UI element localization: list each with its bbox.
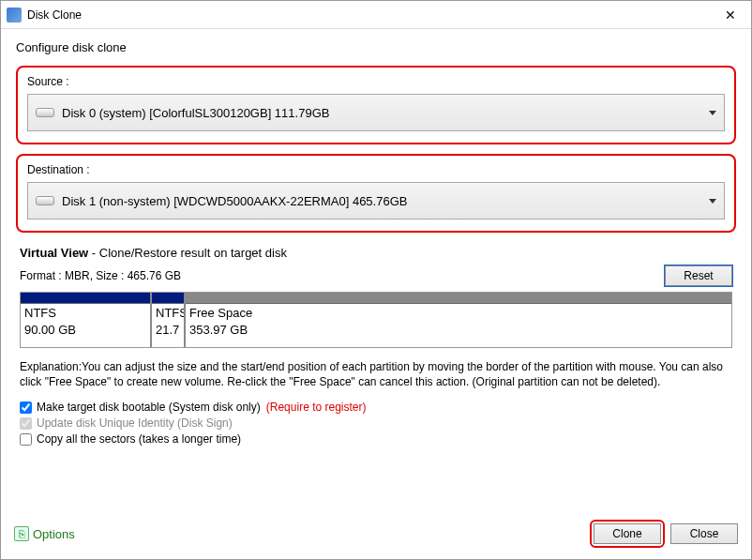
require-register-text: (Require to register): [266, 401, 367, 414]
options-checks: Make target disk bootable (System disk o…: [20, 401, 732, 448]
virtual-view-title: Virtual View - Clone/Restore result on t…: [20, 246, 732, 260]
window-title: Disk Clone: [27, 8, 709, 22]
disk-icon: [36, 196, 54, 205]
copy-all-label: Copy all the sectors (takes a longer tim…: [37, 432, 241, 446]
partition-map[interactable]: NTFS90.00 GBNTFS21.7Free Space353.97 GB: [20, 292, 732, 348]
virtual-view-title-bold: Virtual View: [20, 246, 88, 260]
source-disk-text: Disk 0 (system) [ColorfulSL300120GB] 111…: [62, 106, 709, 120]
partition-name: NTFS: [152, 304, 184, 321]
explanation-text: Explanation:You can adjust the size and …: [20, 359, 732, 389]
destination-group: Destination : Disk 1 (non-system) [WDCWD…: [16, 154, 736, 233]
partition-bar: [21, 293, 150, 304]
titlebar: Disk Clone ✕: [1, 1, 751, 29]
footer: ⎘ Options Clone Close: [1, 510, 751, 559]
destination-disk-select[interactable]: Disk 1 (non-system) [WDCWD5000AAKX-22ERM…: [27, 182, 725, 219]
source-disk-select[interactable]: Disk 0 (system) [ColorfulSL300120GB] 111…: [27, 94, 725, 131]
partition-block[interactable]: NTFS21.7: [152, 293, 186, 347]
make-bootable-row[interactable]: Make target disk bootable (System disk o…: [20, 401, 732, 414]
format-row: Format : MBR, Size : 465.76 GB Reset: [20, 265, 732, 286]
make-bootable-checkbox[interactable]: [20, 401, 32, 414]
partition-bar: [152, 293, 184, 304]
copy-all-checkbox[interactable]: [20, 433, 32, 446]
app-icon: [7, 8, 22, 23]
close-icon: ✕: [725, 8, 736, 23]
update-id-checkbox: [20, 417, 32, 430]
format-text: Format : MBR, Size : 465.76 GB: [20, 269, 665, 282]
clone-highlight: Clone: [590, 520, 665, 548]
virtual-view-title-rest: - Clone/Restore result on target disk: [88, 246, 287, 260]
partition-bar: [186, 293, 731, 304]
clone-button[interactable]: Clone: [594, 523, 661, 544]
update-id-label: Update disk Unique Identity (Disk Sign): [37, 416, 233, 430]
source-label: Source :: [27, 75, 725, 88]
page-subtitle: Configure disk clone: [16, 40, 736, 54]
destination-label: Destination :: [27, 163, 725, 176]
partition-size: 353.97 GB: [186, 321, 731, 338]
partition-block[interactable]: NTFS90.00 GB: [21, 293, 152, 347]
copy-all-row[interactable]: Copy all the sectors (takes a longer tim…: [20, 432, 732, 446]
close-window-button[interactable]: ✕: [709, 1, 751, 29]
reset-button[interactable]: Reset: [665, 265, 732, 286]
make-bootable-label: Make target disk bootable (System disk o…: [37, 401, 261, 414]
source-group: Source : Disk 0 (system) [ColorfulSL3001…: [16, 66, 736, 144]
partition-name: Free Space: [186, 304, 731, 321]
options-icon: ⎘: [14, 526, 29, 541]
disk-icon: [36, 108, 54, 117]
disk-clone-window: Disk Clone ✕ Configure disk clone Source…: [0, 0, 752, 560]
partition-size: 90.00 GB: [21, 321, 150, 338]
partition-name: NTFS: [21, 304, 150, 321]
chevron-down-icon: [709, 199, 716, 204]
chevron-down-icon: [709, 111, 716, 115]
update-id-row: Update disk Unique Identity (Disk Sign): [20, 416, 732, 430]
dialog-body: Configure disk clone Source : Disk 0 (sy…: [1, 29, 751, 510]
partition-size: 21.7: [152, 321, 184, 338]
options-link[interactable]: Options: [33, 527, 75, 541]
partition-block[interactable]: Free Space353.97 GB: [186, 293, 731, 347]
destination-disk-text: Disk 1 (non-system) [WDCWD5000AAKX-22ERM…: [62, 194, 709, 208]
close-button[interactable]: Close: [670, 523, 738, 544]
